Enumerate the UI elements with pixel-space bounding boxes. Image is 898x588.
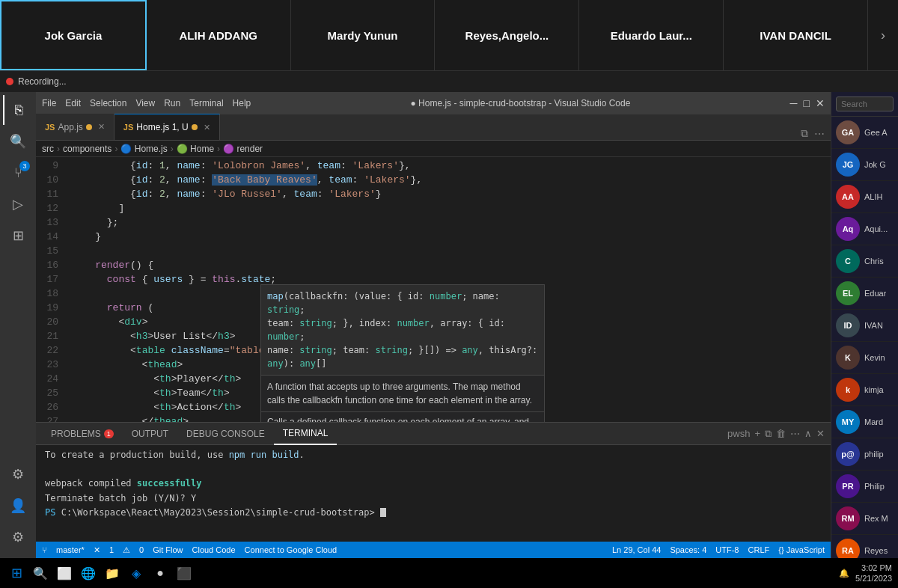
participant-row[interactable]: p@philip — [831, 438, 898, 471]
participant-arrow[interactable]: › — [868, 0, 898, 70]
connect-cloud[interactable]: Connect to Google Cloud — [245, 545, 337, 554]
avatar: MY — [836, 410, 860, 434]
recording-label: Recording... — [18, 76, 67, 87]
menu-help[interactable]: Help — [233, 98, 251, 108]
bc-components[interactable]: components — [63, 144, 112, 154]
cursor-position[interactable]: Ln 29, Col 44 — [612, 545, 661, 554]
participant-tile-alih[interactable]: ALIH ADDANG — [147, 0, 291, 70]
spaces[interactable]: Spaces: 4 — [670, 545, 706, 554]
participant-row[interactable]: AqAqui... — [831, 213, 898, 245]
tab-problems[interactable]: PROBLEMS 1 — [42, 423, 123, 445]
bc-home[interactable]: 🟢 Home — [177, 144, 214, 154]
participant-row[interactable]: CChris — [831, 245, 898, 278]
avatar: k — [836, 378, 860, 402]
remote-icon[interactable]: ⚙ — [3, 459, 33, 489]
participant-row[interactable]: ELEduar — [831, 278, 898, 310]
menu-run[interactable]: Run — [164, 98, 180, 108]
git-branch[interactable]: master* — [56, 545, 85, 554]
minimize-button[interactable]: ─ — [790, 97, 798, 109]
terminal-more-icon[interactable]: ⋯ — [790, 428, 800, 439]
left-sidebar: ⎘ 🔍 ⑂3 ▷ ⊞ ⚙ 👤 ⚙ — [0, 92, 36, 558]
terminal-trash-icon[interactable]: 🗑 — [776, 428, 786, 439]
tab-homejs[interactable]: JS Home.js 1, U ✕ — [114, 114, 220, 140]
eol[interactable]: CRLF — [748, 545, 770, 554]
avatar: RM — [836, 506, 860, 530]
participant-row[interactable]: MYMard — [831, 406, 898, 438]
window-title: ● Home.js - simple-crud-bootstrap - Visu… — [411, 98, 631, 108]
tab-appjs[interactable]: JS App.js ✕ — [36, 114, 114, 140]
participant-row[interactable]: PRPhilip — [831, 471, 898, 503]
menu-selection[interactable]: Selection — [90, 98, 126, 108]
code-editor[interactable]: 910111213 1415161718 1920212223 24252627… — [36, 157, 831, 422]
terminal-split-icon[interactable]: ⧉ — [765, 428, 772, 440]
intellisense-desc1: A function that accepts up to three argu… — [261, 376, 544, 411]
sidebar-search-input[interactable] — [836, 97, 894, 111]
avatar: Aq — [836, 217, 860, 241]
tab-close-icon[interactable]: ✕ — [98, 122, 105, 132]
bc-homejs[interactable]: 🔵 Home.js — [120, 144, 167, 154]
settings-icon[interactable]: ⚙ — [3, 522, 33, 552]
tab-output[interactable]: OUTPUT — [123, 423, 177, 445]
encoding[interactable]: UTF-8 — [715, 545, 739, 554]
terminal-line-2 — [45, 462, 822, 477]
participant-row[interactable]: AAALIH — [831, 181, 898, 213]
bc-src[interactable]: src — [42, 144, 54, 154]
tab-terminal[interactable]: TERMINAL — [274, 423, 337, 445]
participant-tile-reyes[interactable]: Reyes,Angelo... — [435, 0, 579, 70]
tab-debug[interactable]: DEBUG CONSOLE — [177, 423, 274, 445]
taskbar-right: 🔔 3:02 PM 5/21/2023 — [839, 563, 892, 584]
menu-edit[interactable]: Edit — [65, 98, 81, 108]
run-icon[interactable]: ▷ — [3, 189, 33, 219]
participant-row[interactable]: kkimja — [831, 374, 898, 406]
editor-area: File Edit Selection View Run Terminal He… — [36, 92, 831, 558]
git-icon[interactable]: ⑂3 — [3, 158, 33, 188]
tab-close-active-icon[interactable]: ✕ — [204, 123, 210, 132]
maximize-button[interactable]: □ — [804, 97, 810, 109]
terminal-expand-icon[interactable]: ∧ — [804, 428, 812, 439]
extensions-icon[interactable]: ⊞ — [3, 221, 33, 251]
participant-tile-jok[interactable]: Jok Garcia — [0, 0, 147, 70]
participant-name: Rex M — [864, 514, 888, 523]
search-sidebar-icon[interactable]: 🔍 — [3, 126, 33, 156]
menu-terminal[interactable]: Terminal — [189, 98, 223, 108]
terminal-taskbar[interactable]: ⬛ — [174, 563, 195, 584]
edge-icon[interactable]: 🌐 — [78, 563, 99, 584]
menu-file[interactable]: File — [42, 98, 56, 108]
taskbar: ⊞ 🔍 ⬜ 🌐 📁 ◈ ● ⬛ 🔔 3:02 PM 5/21/2023 — [0, 558, 898, 588]
terminal-close-icon[interactable]: ✕ — [816, 428, 825, 439]
terminal-content[interactable]: To create a production build, use npm ru… — [36, 445, 831, 542]
notification-icon[interactable]: 🔔 — [839, 569, 849, 578]
search-taskbar[interactable]: 🔍 — [30, 563, 51, 584]
more-tabs-icon[interactable]: ⋯ — [814, 128, 825, 140]
git-flow[interactable]: Git Flow — [153, 545, 183, 554]
chrome-icon[interactable]: ● — [150, 563, 171, 584]
menu-view[interactable]: View — [135, 98, 155, 108]
participant-row[interactable]: GAGee A — [831, 117, 898, 149]
participant-row[interactable]: RAReyes — [831, 535, 898, 558]
participant-tile-ivan[interactable]: IVAN DANCIL — [724, 0, 868, 70]
explorer-taskbar[interactable]: 📁 — [102, 563, 123, 584]
bc-render[interactable]: 🟣 render — [223, 144, 263, 154]
task-view[interactable]: ⬜ — [54, 563, 75, 584]
account-icon[interactable]: 👤 — [3, 491, 33, 521]
vscode-taskbar[interactable]: ◈ — [126, 563, 147, 584]
participant-row[interactable]: JGJok G — [831, 149, 898, 181]
participant-row[interactable]: IDIVAN — [831, 310, 898, 342]
participant-tile-eduardo[interactable]: Eduardo Laur... — [579, 0, 724, 70]
start-button[interactable]: ⊞ — [6, 563, 27, 584]
vscode-title-bar: File Edit Selection View Run Terminal He… — [36, 92, 831, 114]
cloud-code[interactable]: Cloud Code — [192, 545, 236, 554]
tabs-actions: ⧉ ⋯ — [801, 127, 831, 140]
close-button[interactable]: ✕ — [816, 97, 825, 109]
date: 5/21/2023 — [855, 573, 892, 584]
terminal-add-icon[interactable]: + — [754, 428, 760, 439]
modified-dot — [86, 124, 92, 130]
participant-row[interactable]: RMRex M — [831, 503, 898, 535]
recording-bar: Recording... — [0, 71, 898, 92]
explorer-icon[interactable]: ⎘ — [3, 95, 33, 125]
language-mode[interactable]: {} JavaScript — [778, 545, 825, 554]
participant-list: GAGee AJGJok GAAALIHAqAqui...CChrisELEdu… — [831, 117, 898, 558]
participant-tile-mardy[interactable]: Mardy Yunun — [291, 0, 436, 70]
participant-row[interactable]: KKevin — [831, 342, 898, 374]
split-editor-icon[interactable]: ⧉ — [801, 127, 808, 140]
